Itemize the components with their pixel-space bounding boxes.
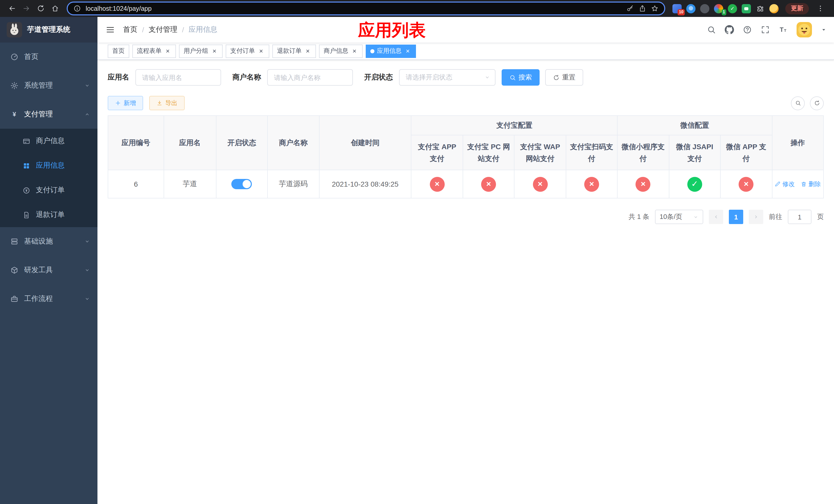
tab-app-info[interactable]: 应用信息 × xyxy=(366,44,416,58)
page-size-select[interactable]: 10条/页 xyxy=(655,210,703,224)
browser-back-button[interactable] xyxy=(5,2,19,15)
font-size-icon[interactable] xyxy=(778,25,788,35)
sidebar-item-refund-orders[interactable]: 退款订单 xyxy=(0,203,97,227)
tab-process-form[interactable]: 流程表单 × xyxy=(132,44,176,58)
sidebar-item-workflow[interactable]: 工作流程 xyxy=(0,284,97,313)
alipay-pc-status-icon: × xyxy=(481,177,496,191)
pagination: 共 1 条 10条/页 1 前往 页 xyxy=(108,210,824,224)
extension-icon-1[interactable]: 10 xyxy=(673,4,682,13)
apps-table: 应用编号 应用名 开启状态 商户名称 创建时间 支付宝配置 微信配置 操作 支付… xyxy=(108,115,824,199)
tab-user-group[interactable]: 用户分组 × xyxy=(179,44,223,58)
sidebar-item-system[interactable]: 系统管理 xyxy=(0,71,97,100)
browser-profile-avatar[interactable] xyxy=(769,4,778,13)
user-avatar[interactable] xyxy=(796,22,812,38)
breadcrumb-home[interactable]: 首页 xyxy=(123,25,137,35)
toggle-search-button[interactable] xyxy=(791,96,805,110)
col-group-alipay: 支付宝配置 xyxy=(411,116,618,135)
extension-icon-2[interactable] xyxy=(686,4,696,13)
extension-icon-3[interactable] xyxy=(700,4,709,13)
password-key-icon[interactable] xyxy=(626,5,634,12)
help-icon[interactable] xyxy=(743,25,752,35)
extension-icon-6[interactable] xyxy=(742,4,751,13)
github-icon[interactable] xyxy=(725,25,734,35)
header-search-icon[interactable] xyxy=(707,25,716,35)
delete-button[interactable]: 删除 xyxy=(801,180,821,188)
sidebar-item-home[interactable]: 首页 xyxy=(0,43,97,71)
cell-alipay-qr: × xyxy=(566,170,618,198)
browser-reload-button[interactable] xyxy=(34,2,47,15)
browser-forward-button[interactable] xyxy=(20,2,33,15)
edit-icon xyxy=(775,181,781,187)
merchant-name-label: 商户名称 xyxy=(232,73,261,82)
tab-close-icon[interactable]: × xyxy=(164,47,171,54)
tab-close-icon[interactable]: × xyxy=(304,47,311,54)
search-button[interactable]: 搜索 xyxy=(502,69,540,86)
cell-alipay-app: × xyxy=(411,170,463,198)
breadcrumb-current: 应用信息 xyxy=(189,25,218,35)
cell-app-name: 芋道 xyxy=(164,170,216,198)
fullscreen-icon[interactable] xyxy=(761,25,770,35)
download-icon xyxy=(156,100,162,106)
sidebar-item-payment[interactable]: 支付管理 xyxy=(0,100,97,129)
breadcrumb-payment[interactable]: 支付管理 xyxy=(149,25,177,35)
merchant-name-input[interactable] xyxy=(267,69,353,86)
refresh-icon xyxy=(814,100,820,106)
tab-pay-orders[interactable]: 支付订单 × xyxy=(226,44,269,58)
cell-created: 2021-10-23 08:49:25 xyxy=(319,170,411,198)
order-icon xyxy=(23,186,30,194)
tab-merchant-info[interactable]: 商户信息 × xyxy=(319,44,363,58)
reset-button[interactable]: 重置 xyxy=(545,69,583,86)
extensions-puzzle-icon[interactable] xyxy=(755,4,765,13)
address-bar[interactable]: localhost:1024/pay/app xyxy=(67,2,665,15)
sidebar-toggle-button[interactable] xyxy=(97,17,123,43)
browser-menu-button[interactable] xyxy=(813,2,827,15)
share-icon[interactable] xyxy=(639,5,646,12)
table-toolbar: 新增 导出 xyxy=(108,96,824,110)
sidebar-item-infrastructure[interactable]: 基础设施 xyxy=(0,227,97,256)
refresh-table-button[interactable] xyxy=(810,96,824,110)
app-name-input[interactable] xyxy=(135,69,221,86)
cell-alipay-wap: × xyxy=(514,170,566,198)
page-content: 应用名 商户名称 开启状态 请选择开启状态 搜索 重置 xyxy=(97,60,834,504)
grid-icon xyxy=(23,162,30,169)
browser-home-button[interactable] xyxy=(48,2,62,15)
next-page-button[interactable] xyxy=(749,210,763,224)
bookmark-star-icon[interactable] xyxy=(651,5,659,12)
page-number-1[interactable]: 1 xyxy=(729,210,743,224)
extension-icon-5[interactable] xyxy=(728,4,737,13)
table-row: 6 芋道 芋道源码 2021-10-23 08:49:25 × × × × × xyxy=(108,170,824,198)
status-toggle[interactable] xyxy=(232,179,252,189)
sidebar-item-pay-orders[interactable]: 支付订单 xyxy=(0,178,97,203)
app-header: 首页 / 支付管理 / 应用信息 应用列表 xyxy=(97,17,834,43)
tab-close-icon[interactable]: × xyxy=(351,47,358,54)
status-select[interactable]: 请选择开启状态 xyxy=(399,69,496,86)
extension-icon-4[interactable]: 1 xyxy=(714,4,723,13)
add-button[interactable]: 新增 xyxy=(108,96,143,110)
browser-update-button[interactable]: 更新 xyxy=(785,3,809,14)
tab-close-icon[interactable]: × xyxy=(258,47,265,54)
goto-suffix-label: 页 xyxy=(817,212,824,222)
sidebar-item-merchant-info[interactable]: 商户信息 xyxy=(0,129,97,153)
sidebar-item-app-info[interactable]: 应用信息 xyxy=(0,153,97,178)
sidebar-item-dev-tools[interactable]: 研发工具 xyxy=(0,256,97,284)
tab-refund-orders[interactable]: 退款订单 × xyxy=(272,44,316,58)
app-logo[interactable]: 芋道管理系统 xyxy=(0,17,97,43)
tab-close-icon[interactable]: × xyxy=(404,47,411,54)
prev-page-button[interactable] xyxy=(709,210,723,224)
wechat-jsapi-status-icon: ✓ xyxy=(687,177,702,191)
tab-home[interactable]: 首页 xyxy=(108,44,129,58)
active-tab-dot xyxy=(370,49,374,53)
cell-merchant: 芋道源码 xyxy=(267,170,319,198)
breadcrumb-separator: / xyxy=(142,26,144,34)
wechat-app-status-icon: × xyxy=(739,177,754,191)
edit-button[interactable]: 修改 xyxy=(775,180,795,188)
search-icon xyxy=(795,100,801,106)
goto-page-input[interactable] xyxy=(788,210,811,224)
tab-close-icon[interactable]: × xyxy=(211,47,218,54)
trash-icon xyxy=(801,181,807,187)
export-button[interactable]: 导出 xyxy=(149,96,185,110)
col-merchant: 商户名称 xyxy=(267,116,319,170)
user-menu-caret-icon[interactable] xyxy=(821,27,827,33)
total-count: 共 1 条 xyxy=(629,212,649,222)
site-info-icon[interactable] xyxy=(73,5,81,12)
